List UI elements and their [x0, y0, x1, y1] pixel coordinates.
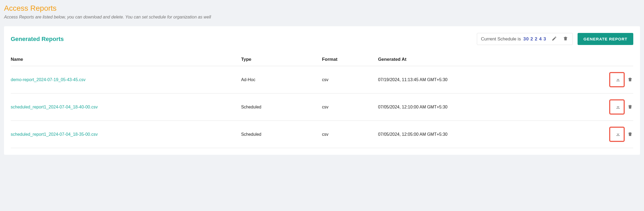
schedule-box: Current Schedule is 30 2 2 4 3	[477, 33, 573, 45]
download-highlight	[609, 99, 625, 115]
trash-icon	[563, 36, 568, 42]
report-generated-at: 07/05/2024, 12:10:00 AM GMT+5:30	[378, 93, 577, 121]
download-highlight	[609, 127, 625, 142]
table-row: scheduled_report1_2024-07-04_18-40-00.cs…	[11, 93, 633, 121]
report-filename-link[interactable]: demo-report_2024-07-19_05-43-45.csv	[11, 77, 85, 82]
edit-schedule-button[interactable]	[551, 35, 557, 43]
page-title: Access Reports	[4, 4, 640, 13]
card-title: Generated Reports	[11, 36, 64, 43]
download-report-button[interactable]	[615, 76, 621, 84]
table-header-name: Name	[11, 53, 241, 66]
report-type: Scheduled	[241, 121, 322, 148]
report-generated-at: 07/05/2024, 12:05:00 AM GMT+5:30	[378, 121, 577, 148]
generate-report-button[interactable]: GENERATE REPORT	[578, 33, 633, 45]
reports-table: Name Type Format Generated At demo-repor…	[11, 53, 633, 148]
schedule-value: 30 2 2 4 3	[523, 36, 546, 42]
table-row: scheduled_report1_2024-07-04_18-35-00.cs…	[11, 121, 633, 148]
pencil-icon	[552, 36, 557, 42]
trash-icon	[627, 77, 633, 83]
download-report-button[interactable]	[615, 103, 621, 111]
table-row: demo-report_2024-07-19_05-43-45.csvAd-Ho…	[11, 66, 633, 93]
report-format: csv	[322, 121, 378, 148]
download-icon	[615, 76, 621, 83]
download-icon	[615, 131, 621, 138]
page-subtitle: Access Reports are listed below, you can…	[4, 15, 640, 20]
delete-report-button[interactable]	[627, 76, 633, 84]
report-type: Scheduled	[241, 93, 322, 121]
delete-report-button[interactable]	[627, 104, 633, 111]
trash-icon	[627, 131, 633, 138]
report-generated-at: 07/19/2024, 11:13:45 AM GMT+5:30	[378, 66, 577, 93]
download-icon	[615, 104, 621, 110]
card-header: Generated Reports Current Schedule is 30…	[11, 33, 633, 45]
table-header-generated-at: Generated At	[378, 53, 577, 66]
report-type: Ad-Hoc	[241, 66, 322, 93]
schedule-label: Current Schedule is	[481, 36, 521, 42]
delete-schedule-button[interactable]	[562, 35, 569, 43]
delete-report-button[interactable]	[627, 131, 633, 138]
report-filename-link[interactable]: scheduled_report1_2024-07-04_18-40-00.cs…	[11, 105, 98, 109]
report-format: csv	[322, 66, 378, 93]
download-report-button[interactable]	[615, 130, 621, 138]
table-header-actions	[577, 53, 633, 66]
header-right: Current Schedule is 30 2 2 4 3 GENERATE …	[477, 33, 633, 45]
download-highlight	[609, 72, 625, 87]
generated-reports-card: Generated Reports Current Schedule is 30…	[4, 26, 640, 155]
trash-icon	[627, 104, 633, 110]
table-header-type: Type	[241, 53, 322, 66]
report-format: csv	[322, 93, 378, 121]
table-header-format: Format	[322, 53, 378, 66]
report-filename-link[interactable]: scheduled_report1_2024-07-04_18-35-00.cs…	[11, 132, 98, 137]
